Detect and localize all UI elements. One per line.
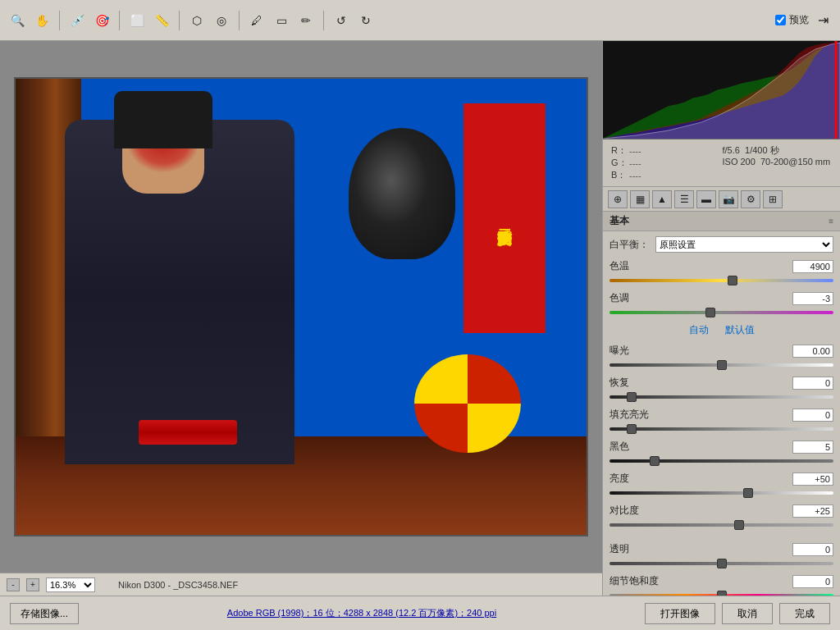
- section-title: 基本: [609, 214, 629, 228]
- histogram-mode-icon[interactable]: ▦: [630, 190, 650, 208]
- red-eye-tool[interactable]: ◎: [211, 10, 232, 31]
- fill-light-input[interactable]: [792, 409, 833, 422]
- photo-container: 消防安全二重前: [14, 77, 588, 536]
- fill-light-label: 填充亮光: [609, 408, 649, 422]
- color-temp-row: 色温: [609, 259, 833, 286]
- r-value: ----: [629, 146, 654, 156]
- iso-focal: ISO 200 70-200@150 mm: [723, 157, 833, 167]
- straighten-tool[interactable]: 📏: [151, 10, 172, 31]
- photo-pot: [349, 128, 455, 259]
- contrast-slider[interactable]: [609, 519, 833, 531]
- open-image-button[interactable]: 打开图像: [645, 603, 715, 624]
- block-icon[interactable]: ▬: [696, 190, 716, 208]
- color-temp-label-row: 色温: [609, 259, 833, 273]
- crop-tool[interactable]: ⬜: [126, 10, 148, 31]
- bottom-bar: 存储图像... Adobe RGB (1998)；16 位；4288 x 284…: [0, 596, 840, 630]
- clarity-row: 透明: [609, 542, 833, 569]
- save-image-button[interactable]: 存储图像...: [10, 603, 79, 624]
- photo-prop: [414, 354, 521, 453]
- zoom-decrease-button[interactable]: -: [7, 578, 20, 591]
- fill-light-slider[interactable]: [609, 423, 833, 435]
- white-balance-select[interactable]: 原照设置 自动 日光 阴天 自定: [655, 236, 833, 253]
- vibrance-label-row: 细节饱和度: [609, 574, 833, 588]
- brightness-label: 亮度: [609, 472, 629, 486]
- contrast-label-row: 对比度: [609, 504, 833, 518]
- recovery-input[interactable]: [792, 377, 833, 390]
- exposure-label-row: 曝光: [609, 344, 833, 358]
- image-status-bar: - + 16.3% 25% 50% 100% Nikon D300 - _DSC…: [0, 573, 602, 596]
- brush-tool[interactable]: ✏: [295, 10, 317, 31]
- clone-stamp-tool[interactable]: 🖊: [246, 10, 267, 31]
- exposure-label: 曝光: [609, 344, 629, 358]
- recovery-row: 恢复: [609, 376, 833, 403]
- zoom-tool[interactable]: 🔍: [7, 10, 28, 31]
- clarity-label: 透明: [609, 542, 629, 556]
- fill-light-label-row: 填充亮光: [609, 408, 833, 422]
- brightness-label-row: 亮度: [609, 472, 833, 486]
- rotate-cw[interactable]: ↻: [355, 10, 377, 31]
- done-button[interactable]: 完成: [779, 603, 830, 624]
- brightness-row: 亮度: [609, 472, 833, 499]
- fill-light-row: 填充亮光: [609, 408, 833, 435]
- zoom-select[interactable]: 16.3% 25% 50% 100%: [46, 578, 95, 592]
- eyedropper-tool[interactable]: 💉: [66, 10, 88, 31]
- exposure-slider[interactable]: [609, 359, 833, 371]
- sep3: [179, 11, 180, 30]
- sep4: [239, 11, 240, 30]
- image-canvas[interactable]: 消防安全二重前: [0, 41, 602, 573]
- recovery-label: 恢复: [609, 376, 629, 390]
- tone-curve-icon[interactable]: ⊕: [608, 190, 628, 208]
- right-panel: R： ---- G： ---- B： ---- f/5.6 1/400 秒 IS…: [602, 41, 840, 596]
- main-area: 消防安全二重前 - +: [0, 41, 840, 596]
- preview-label[interactable]: 预览: [789, 13, 809, 27]
- color-temp-slider[interactable]: [609, 275, 833, 286]
- zoom-increase-button[interactable]: +: [26, 578, 39, 591]
- aperture-shutter: f/5.6 1/400 秒: [723, 144, 833, 157]
- g-value: ----: [629, 158, 654, 168]
- recovery-slider[interactable]: [609, 391, 833, 403]
- main-toolbar: 🔍 ✋ 💉 🎯 ⬜ 📏 ⬡ ◎ 🖊 ▭ ✏ ↺ ↻ 预览 ⇥: [0, 0, 840, 41]
- grid-icon[interactable]: ⊞: [763, 190, 783, 208]
- blacks-input[interactable]: [792, 441, 833, 454]
- color-sampler-tool[interactable]: 🎯: [91, 10, 112, 31]
- blacks-row: 黑色: [609, 440, 833, 467]
- contrast-input[interactable]: [792, 504, 833, 518]
- b-value: ----: [629, 171, 654, 180]
- hand-tool[interactable]: ✋: [31, 10, 52, 31]
- clarity-input[interactable]: [792, 543, 833, 556]
- auto-link[interactable]: 自动: [689, 323, 709, 337]
- contrast-row: 对比度: [609, 504, 833, 531]
- photo-hat: [114, 91, 212, 148]
- r-row: R： ----: [611, 144, 721, 157]
- photo-banner: 消防安全二重前: [463, 103, 546, 333]
- clarity-label-row: 透明: [609, 542, 833, 556]
- vibrance-input[interactable]: [792, 575, 833, 588]
- settings-icon[interactable]: ⚙: [741, 190, 760, 208]
- color-temp-input[interactable]: [792, 260, 833, 273]
- blacks-slider[interactable]: [609, 455, 833, 467]
- brightness-input[interactable]: [792, 472, 833, 486]
- list-icon[interactable]: ☰: [674, 190, 694, 208]
- preview-checkbox[interactable]: [775, 15, 786, 25]
- exposure-input[interactable]: [792, 345, 833, 358]
- recovery-label-row: 恢复: [609, 376, 833, 390]
- g-row: G： ----: [611, 157, 721, 169]
- rotate-ccw[interactable]: ↺: [331, 10, 352, 31]
- sep5: [323, 11, 324, 30]
- section-menu-icon[interactable]: ≡: [829, 217, 833, 226]
- tint-input[interactable]: [792, 292, 833, 305]
- file-info-link[interactable]: Adobe RGB (1998)；16 位；4288 x 2848 (12.2 …: [227, 607, 496, 619]
- vibrance-row: 细节饱和度: [609, 574, 833, 596]
- triangle-icon[interactable]: ▲: [652, 190, 672, 208]
- default-link[interactable]: 默认值: [725, 323, 755, 337]
- export-icon[interactable]: ⇥: [812, 10, 833, 31]
- clarity-slider[interactable]: [609, 558, 833, 569]
- g-label: G：: [611, 157, 623, 169]
- brightness-slider[interactable]: [609, 487, 833, 499]
- cancel-button[interactable]: 取消: [722, 603, 773, 624]
- spot-healing-tool[interactable]: ⬡: [186, 10, 208, 31]
- eraser-tool[interactable]: ▭: [271, 10, 292, 31]
- tint-slider[interactable]: [609, 307, 833, 318]
- camera-icon[interactable]: 📷: [719, 190, 738, 208]
- vibrance-slider[interactable]: [609, 590, 833, 596]
